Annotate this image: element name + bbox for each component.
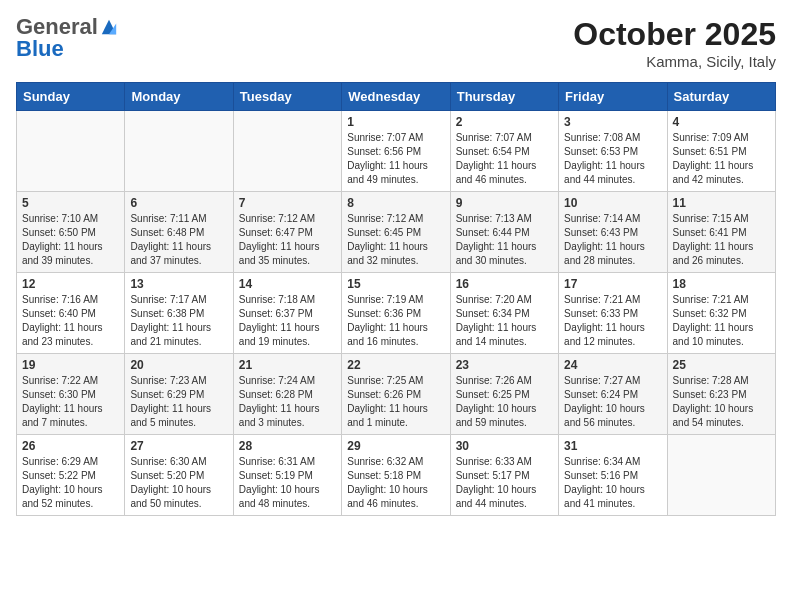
day-number: 1	[347, 115, 444, 129]
day-number: 13	[130, 277, 227, 291]
day-info: Sunrise: 7:10 AM Sunset: 6:50 PM Dayligh…	[22, 212, 119, 268]
table-row: 27Sunrise: 6:30 AM Sunset: 5:20 PM Dayli…	[125, 435, 233, 516]
day-info: Sunrise: 7:26 AM Sunset: 6:25 PM Dayligh…	[456, 374, 553, 430]
day-number: 17	[564, 277, 661, 291]
day-info: Sunrise: 7:16 AM Sunset: 6:40 PM Dayligh…	[22, 293, 119, 349]
day-info: Sunrise: 7:24 AM Sunset: 6:28 PM Dayligh…	[239, 374, 336, 430]
col-wednesday: Wednesday	[342, 83, 450, 111]
col-monday: Monday	[125, 83, 233, 111]
day-number: 6	[130, 196, 227, 210]
day-info: Sunrise: 6:29 AM Sunset: 5:22 PM Dayligh…	[22, 455, 119, 511]
table-row: 4Sunrise: 7:09 AM Sunset: 6:51 PM Daylig…	[667, 111, 775, 192]
day-number: 22	[347, 358, 444, 372]
table-row: 19Sunrise: 7:22 AM Sunset: 6:30 PM Dayli…	[17, 354, 125, 435]
day-number: 11	[673, 196, 770, 210]
day-info: Sunrise: 7:13 AM Sunset: 6:44 PM Dayligh…	[456, 212, 553, 268]
col-thursday: Thursday	[450, 83, 558, 111]
day-number: 14	[239, 277, 336, 291]
day-number: 19	[22, 358, 119, 372]
calendar-header: Sunday Monday Tuesday Wednesday Thursday…	[17, 83, 776, 111]
table-row: 5Sunrise: 7:10 AM Sunset: 6:50 PM Daylig…	[17, 192, 125, 273]
table-row: 13Sunrise: 7:17 AM Sunset: 6:38 PM Dayli…	[125, 273, 233, 354]
day-info: Sunrise: 7:21 AM Sunset: 6:32 PM Dayligh…	[673, 293, 770, 349]
day-info: Sunrise: 7:17 AM Sunset: 6:38 PM Dayligh…	[130, 293, 227, 349]
table-row: 22Sunrise: 7:25 AM Sunset: 6:26 PM Dayli…	[342, 354, 450, 435]
day-number: 31	[564, 439, 661, 453]
table-row: 18Sunrise: 7:21 AM Sunset: 6:32 PM Dayli…	[667, 273, 775, 354]
table-row: 29Sunrise: 6:32 AM Sunset: 5:18 PM Dayli…	[342, 435, 450, 516]
day-info: Sunrise: 7:20 AM Sunset: 6:34 PM Dayligh…	[456, 293, 553, 349]
table-row: 25Sunrise: 7:28 AM Sunset: 6:23 PM Dayli…	[667, 354, 775, 435]
logo-general: General	[16, 16, 98, 38]
logo: General Blue	[16, 16, 118, 62]
day-number: 9	[456, 196, 553, 210]
table-row	[17, 111, 125, 192]
title-block: October 2025 Kamma, Sicily, Italy	[573, 16, 776, 70]
month-title: October 2025	[573, 16, 776, 53]
day-info: Sunrise: 7:19 AM Sunset: 6:36 PM Dayligh…	[347, 293, 444, 349]
day-number: 27	[130, 439, 227, 453]
logo-blue: Blue	[16, 36, 64, 61]
col-saturday: Saturday	[667, 83, 775, 111]
table-row: 14Sunrise: 7:18 AM Sunset: 6:37 PM Dayli…	[233, 273, 341, 354]
table-row	[233, 111, 341, 192]
table-row: 1Sunrise: 7:07 AM Sunset: 6:56 PM Daylig…	[342, 111, 450, 192]
table-row: 26Sunrise: 6:29 AM Sunset: 5:22 PM Dayli…	[17, 435, 125, 516]
day-number: 26	[22, 439, 119, 453]
day-number: 28	[239, 439, 336, 453]
table-row: 7Sunrise: 7:12 AM Sunset: 6:47 PM Daylig…	[233, 192, 341, 273]
table-row: 21Sunrise: 7:24 AM Sunset: 6:28 PM Dayli…	[233, 354, 341, 435]
table-row: 31Sunrise: 6:34 AM Sunset: 5:16 PM Dayli…	[559, 435, 667, 516]
table-row: 20Sunrise: 7:23 AM Sunset: 6:29 PM Dayli…	[125, 354, 233, 435]
day-number: 20	[130, 358, 227, 372]
day-info: Sunrise: 7:11 AM Sunset: 6:48 PM Dayligh…	[130, 212, 227, 268]
table-row: 28Sunrise: 6:31 AM Sunset: 5:19 PM Dayli…	[233, 435, 341, 516]
table-row: 2Sunrise: 7:07 AM Sunset: 6:54 PM Daylig…	[450, 111, 558, 192]
table-row: 17Sunrise: 7:21 AM Sunset: 6:33 PM Dayli…	[559, 273, 667, 354]
day-info: Sunrise: 7:14 AM Sunset: 6:43 PM Dayligh…	[564, 212, 661, 268]
col-sunday: Sunday	[17, 83, 125, 111]
day-number: 5	[22, 196, 119, 210]
table-row: 23Sunrise: 7:26 AM Sunset: 6:25 PM Dayli…	[450, 354, 558, 435]
day-info: Sunrise: 7:12 AM Sunset: 6:47 PM Dayligh…	[239, 212, 336, 268]
day-info: Sunrise: 7:07 AM Sunset: 6:56 PM Dayligh…	[347, 131, 444, 187]
table-row	[125, 111, 233, 192]
day-number: 23	[456, 358, 553, 372]
day-number: 24	[564, 358, 661, 372]
calendar-body: 1Sunrise: 7:07 AM Sunset: 6:56 PM Daylig…	[17, 111, 776, 516]
day-number: 7	[239, 196, 336, 210]
col-friday: Friday	[559, 83, 667, 111]
page-header: General Blue October 2025 Kamma, Sicily,…	[16, 16, 776, 70]
table-row: 8Sunrise: 7:12 AM Sunset: 6:45 PM Daylig…	[342, 192, 450, 273]
day-info: Sunrise: 7:23 AM Sunset: 6:29 PM Dayligh…	[130, 374, 227, 430]
day-number: 15	[347, 277, 444, 291]
day-number: 25	[673, 358, 770, 372]
day-info: Sunrise: 7:12 AM Sunset: 6:45 PM Dayligh…	[347, 212, 444, 268]
day-info: Sunrise: 7:08 AM Sunset: 6:53 PM Dayligh…	[564, 131, 661, 187]
day-info: Sunrise: 7:09 AM Sunset: 6:51 PM Dayligh…	[673, 131, 770, 187]
day-info: Sunrise: 7:22 AM Sunset: 6:30 PM Dayligh…	[22, 374, 119, 430]
day-info: Sunrise: 6:30 AM Sunset: 5:20 PM Dayligh…	[130, 455, 227, 511]
table-row: 3Sunrise: 7:08 AM Sunset: 6:53 PM Daylig…	[559, 111, 667, 192]
table-row: 6Sunrise: 7:11 AM Sunset: 6:48 PM Daylig…	[125, 192, 233, 273]
day-info: Sunrise: 7:25 AM Sunset: 6:26 PM Dayligh…	[347, 374, 444, 430]
day-info: Sunrise: 7:18 AM Sunset: 6:37 PM Dayligh…	[239, 293, 336, 349]
day-number: 10	[564, 196, 661, 210]
day-number: 12	[22, 277, 119, 291]
day-info: Sunrise: 7:28 AM Sunset: 6:23 PM Dayligh…	[673, 374, 770, 430]
day-number: 18	[673, 277, 770, 291]
day-number: 4	[673, 115, 770, 129]
day-number: 2	[456, 115, 553, 129]
day-info: Sunrise: 7:27 AM Sunset: 6:24 PM Dayligh…	[564, 374, 661, 430]
table-row: 24Sunrise: 7:27 AM Sunset: 6:24 PM Dayli…	[559, 354, 667, 435]
day-number: 29	[347, 439, 444, 453]
day-number: 8	[347, 196, 444, 210]
table-row: 11Sunrise: 7:15 AM Sunset: 6:41 PM Dayli…	[667, 192, 775, 273]
day-info: Sunrise: 6:34 AM Sunset: 5:16 PM Dayligh…	[564, 455, 661, 511]
table-row	[667, 435, 775, 516]
day-info: Sunrise: 6:32 AM Sunset: 5:18 PM Dayligh…	[347, 455, 444, 511]
table-row: 9Sunrise: 7:13 AM Sunset: 6:44 PM Daylig…	[450, 192, 558, 273]
table-row: 16Sunrise: 7:20 AM Sunset: 6:34 PM Dayli…	[450, 273, 558, 354]
logo-icon	[100, 18, 118, 36]
calendar-table: Sunday Monday Tuesday Wednesday Thursday…	[16, 82, 776, 516]
